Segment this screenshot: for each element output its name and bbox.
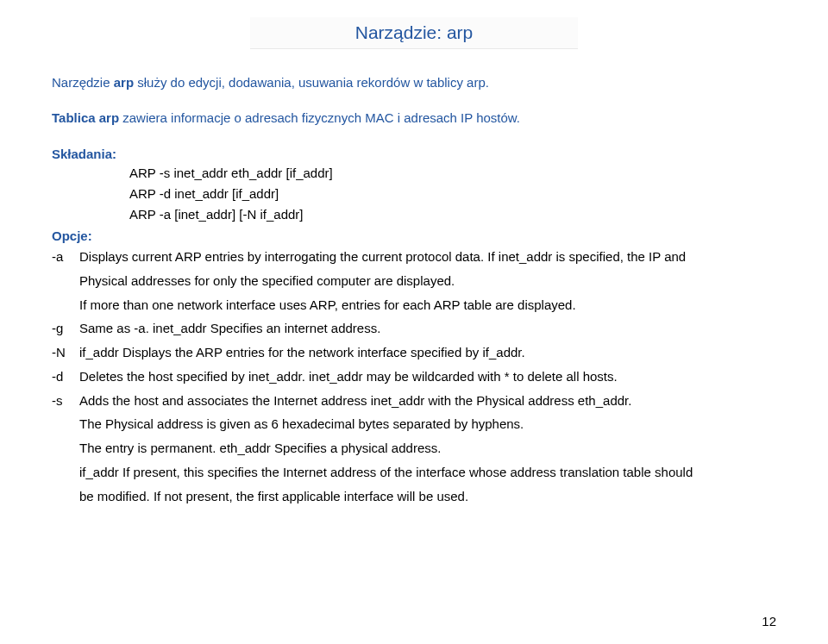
intro2-post: zawiera informacje o adresach fizycznych… [119, 110, 520, 125]
option-s-text1: Adds the host and associates the Interne… [79, 389, 776, 413]
intro1-post: służy do edycji, dodawania, usuwania rek… [134, 75, 489, 90]
syntax-line-1: ARP -s inet_addr eth_addr [if_addr] [129, 163, 776, 184]
intro-line-2: Tablica arp zawiera informacje o adresac… [52, 109, 776, 128]
option-s-text3: The entry is permanent. eth_addr Specifi… [52, 436, 776, 460]
syntax-line-2: ARP -d inet_addr [if_addr] [129, 184, 776, 204]
options-body: -a Displays current ARP entries by inter… [52, 245, 776, 508]
intro-line-1: Narzędzie arp służy do edycji, dodawania… [52, 73, 776, 93]
option-a-text3: If more than one network interface uses … [52, 293, 776, 317]
option-g-flag: -g [52, 316, 79, 341]
option-s-flag: -s [52, 389, 79, 413]
syntax-block: ARP -s inet_addr eth_addr [if_addr] ARP … [129, 163, 776, 225]
syntax-line-3: ARP -a [inet_addr] [-N if_addr] [129, 204, 776, 225]
option-s-text4: if_addr If present, this specifies the I… [52, 460, 776, 485]
syntax-label: Składania: [52, 147, 776, 161]
option-g-text: Same as -a. inet_addr Specifies an inter… [79, 316, 776, 341]
option-a-row: -a Displays current ARP entries by inter… [52, 245, 776, 269]
page-title-bar: Narządzie: arp [250, 17, 578, 49]
option-N-flag: -N [52, 341, 79, 365]
intro2-bold: Tablica arp [52, 110, 119, 125]
option-s-text5: be modified. If not present, the first a… [52, 485, 776, 509]
option-d-flag: -d [52, 365, 79, 389]
option-s-text2: The Physical address is given as 6 hexad… [52, 412, 776, 436]
option-s-row: -s Adds the host and associates the Inte… [52, 389, 776, 413]
option-N-row: -N if_addr Displays the ARP entries for … [52, 341, 776, 365]
option-g-row: -g Same as -a. inet_addr Specifies an in… [52, 316, 776, 341]
option-a-text1: Displays current ARP entries by interrog… [79, 245, 776, 269]
option-d-text: Deletes the host specified by inet_addr.… [79, 365, 776, 389]
options-label: Opcje: [52, 228, 776, 243]
page-number: 12 [762, 614, 776, 628]
option-a-flag: -a [52, 245, 79, 269]
intro1-bold: arp [114, 75, 134, 90]
option-N-text: if_addr Displays the ARP entries for the… [79, 341, 776, 365]
option-a-text2: Physical addresses for only the specifie… [52, 269, 776, 293]
page-title: Narządzie: arp [355, 22, 474, 42]
option-d-row: -d Deletes the host specified by inet_ad… [52, 365, 776, 389]
intro1-pre: Narzędzie [52, 75, 114, 90]
